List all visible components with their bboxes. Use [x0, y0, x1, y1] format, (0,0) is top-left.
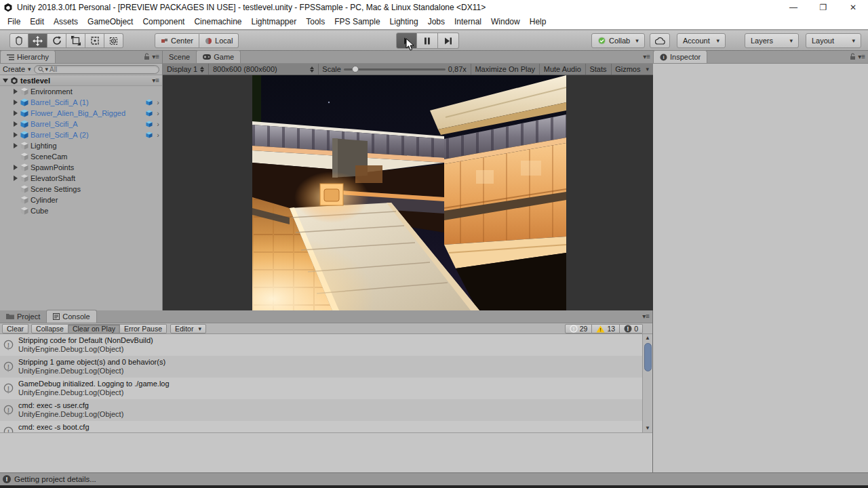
- maximize-button[interactable]: ❐: [808, 0, 838, 15]
- tab-console[interactable]: Console: [46, 310, 96, 323]
- console-log-entry[interactable]: ! cmd: exec -s boot.cfg UnityEngine.Debu…: [0, 421, 643, 432]
- display-select[interactable]: Display 1: [163, 64, 208, 75]
- scale-slider-track[interactable]: [344, 68, 446, 70]
- foldout-icon[interactable]: [14, 143, 18, 148]
- menu-jobs[interactable]: Jobs: [423, 15, 450, 29]
- tab-hierarchy[interactable]: Hierarchy: [0, 50, 56, 63]
- hierarchy-search-input[interactable]: ▾ All: [34, 65, 159, 74]
- hierarchy-item[interactable]: SceneCam ›: [0, 151, 162, 162]
- panel-menu-icon[interactable]: ▾≡: [152, 53, 159, 60]
- menu-internal[interactable]: Internal: [450, 15, 486, 29]
- move-tool-button[interactable]: [28, 33, 47, 48]
- pivot-local-button[interactable]: Local: [199, 33, 239, 48]
- hierarchy-item[interactable]: Barrel_Scifi_A ›: [0, 119, 162, 129]
- scale-tool-button[interactable]: [66, 33, 85, 48]
- tab-scene[interactable]: Scene: [163, 50, 196, 63]
- cloud-services-button[interactable]: [650, 33, 670, 48]
- console-log-entry[interactable]: ! cmd: exec -s user.cfg UnityEngine.Debu…: [0, 399, 643, 421]
- prefab-badge-icon[interactable]: [146, 121, 153, 127]
- collab-button[interactable]: Collab▾: [591, 33, 645, 48]
- panel-menu-icon[interactable]: ▾≡: [858, 53, 865, 60]
- scene-menu-icon[interactable]: ▾≡: [152, 77, 159, 84]
- gizmos-dropdown[interactable]: Gizmos▾: [611, 64, 653, 75]
- layout-button[interactable]: Layout▾: [806, 33, 861, 48]
- prefab-badge-icon[interactable]: [146, 99, 153, 106]
- panel-menu-icon[interactable]: ▾≡: [642, 312, 650, 320]
- resolution-select[interactable]: 800x600 (800x600): [209, 64, 318, 75]
- hierarchy-item[interactable]: Cube ›: [0, 205, 162, 216]
- menu-edit[interactable]: Edit: [25, 15, 49, 29]
- hierarchy-item[interactable]: Scene Settings ›: [0, 184, 162, 195]
- minimize-button[interactable]: —: [778, 0, 808, 15]
- menu-assets[interactable]: Assets: [49, 15, 83, 29]
- foldout-icon[interactable]: [14, 176, 18, 181]
- info-filter-button[interactable]: ! 29: [565, 324, 593, 333]
- hierarchy-item[interactable]: Flower_Alien_Big_A_Rigged ›: [0, 108, 162, 119]
- scale-slider-handle[interactable]: [352, 66, 359, 73]
- rect-tool-button[interactable]: [85, 33, 104, 48]
- foldout-icon[interactable]: [14, 121, 18, 127]
- account-button[interactable]: Account▾: [677, 33, 726, 48]
- foldout-icon[interactable]: [14, 165, 18, 170]
- step-button[interactable]: [438, 33, 459, 49]
- menu-lightmapper[interactable]: Lightmapper: [247, 15, 302, 29]
- error-pause-button[interactable]: Error Pause: [120, 324, 167, 333]
- scene-header-row[interactable]: testlevel ▾≡: [0, 75, 162, 86]
- foldout-icon[interactable]: [14, 110, 18, 116]
- prefab-badge-icon[interactable]: [146, 110, 153, 117]
- menu-fps-sample[interactable]: FPS Sample: [330, 15, 384, 29]
- menu-tools[interactable]: Tools: [301, 15, 330, 29]
- status-bar[interactable]: ! Getting project details...: [0, 472, 868, 485]
- hierarchy-item[interactable]: ElevatorShaft ›: [0, 173, 162, 184]
- menu-lighting[interactable]: Lighting: [385, 15, 423, 29]
- pivot-center-button[interactable]: Center: [155, 33, 199, 48]
- console-scrollbar[interactable]: ▲ ▼: [642, 334, 652, 432]
- warning-filter-button[interactable]: ! 13: [592, 324, 620, 333]
- hierarchy-item[interactable]: Cylinder ›: [0, 195, 162, 205]
- hierarchy-item[interactable]: Barrel_Scifi_A (2) ›: [0, 129, 162, 140]
- foldout-icon[interactable]: [14, 132, 18, 138]
- menu-window[interactable]: Window: [486, 15, 525, 29]
- rotate-tool-button[interactable]: [47, 33, 66, 48]
- foldout-icon[interactable]: [14, 89, 18, 94]
- prefab-badge-icon[interactable]: [146, 131, 153, 138]
- clear-button[interactable]: Clear: [2, 324, 28, 333]
- hand-tool-button[interactable]: [9, 33, 28, 48]
- scroll-down-icon[interactable]: ▼: [645, 424, 650, 432]
- menu-cinemachine[interactable]: Cinemachine: [189, 15, 246, 29]
- foldout-icon[interactable]: [14, 100, 18, 105]
- transform-tool-button[interactable]: [104, 33, 123, 48]
- search-filter-caret-icon[interactable]: ▾: [45, 66, 49, 73]
- stats-button[interactable]: Stats: [585, 64, 610, 75]
- prefab-chevron-icon[interactable]: ›: [157, 120, 159, 128]
- hierarchy-item[interactable]: Lighting ›: [0, 140, 162, 151]
- lock-icon[interactable]: [850, 53, 856, 60]
- prefab-chevron-icon[interactable]: ›: [157, 109, 159, 117]
- layers-button[interactable]: Layers▾: [745, 33, 799, 48]
- collapse-button[interactable]: Collapse: [31, 324, 68, 333]
- lock-icon[interactable]: [144, 53, 150, 60]
- prefab-chevron-icon[interactable]: ›: [157, 98, 159, 106]
- scroll-up-icon[interactable]: ▲: [645, 334, 650, 342]
- menu-file[interactable]: File: [3, 15, 25, 29]
- pause-button[interactable]: [417, 33, 438, 49]
- create-button[interactable]: Create▾: [3, 65, 31, 73]
- prefab-chevron-icon[interactable]: ›: [157, 131, 159, 139]
- hierarchy-item[interactable]: Barrel_Scifi_A (1) ›: [0, 97, 162, 108]
- menu-gameobject[interactable]: GameObject: [83, 15, 138, 29]
- foldout-open-icon[interactable]: [3, 79, 8, 83]
- console-log-entry[interactable]: ! Stripping 1 game object(s) and 0 behav…: [0, 356, 643, 378]
- console-log-entry[interactable]: ! Stripping code for Default (NonDevBuil…: [0, 334, 643, 356]
- game-viewport[interactable]: [163, 75, 653, 310]
- menu-help[interactable]: Help: [525, 15, 551, 29]
- error-filter-button[interactable]: ! 0: [620, 324, 643, 333]
- maximize-on-play-button[interactable]: Maximize On Play: [471, 64, 539, 75]
- close-button[interactable]: ✕: [838, 0, 868, 15]
- menu-component[interactable]: Component: [138, 15, 189, 29]
- hierarchy-item[interactable]: Environment ›: [0, 86, 162, 97]
- tab-inspector[interactable]: i Inspector: [653, 50, 707, 63]
- tab-project[interactable]: Project: [0, 310, 46, 323]
- editor-dropdown[interactable]: Editor▾: [170, 324, 206, 333]
- scrollbar-thumb[interactable]: [644, 343, 652, 371]
- panel-menu-icon[interactable]: ▾≡: [643, 53, 650, 60]
